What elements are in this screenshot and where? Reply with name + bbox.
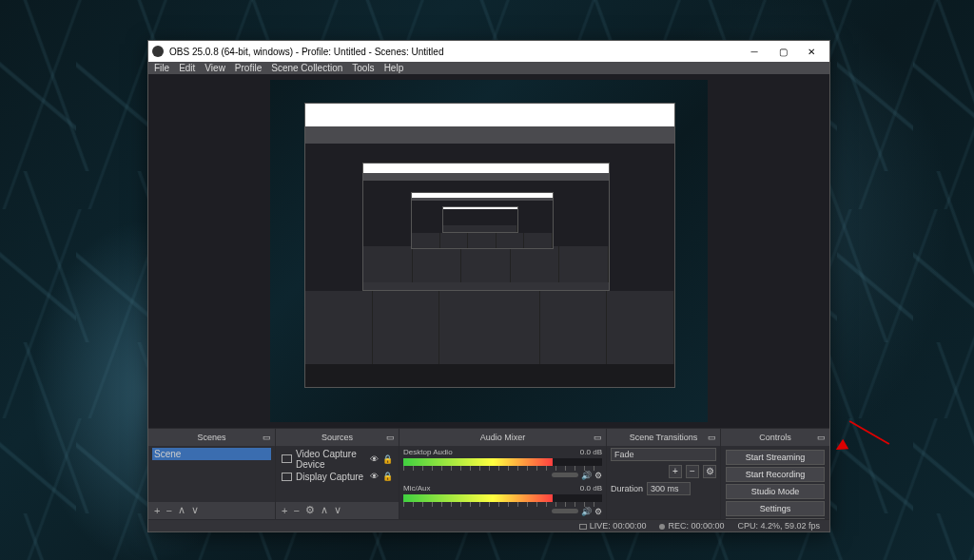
scene-down-button[interactable]: ∨ xyxy=(191,504,199,516)
source-add-button[interactable]: + xyxy=(282,505,287,516)
mixer-channel-name: Mic/Aux xyxy=(403,484,430,492)
volume-meter xyxy=(403,494,602,502)
sources-title: Sources xyxy=(321,433,353,442)
scene-remove-button[interactable]: − xyxy=(166,505,171,516)
scene-add-button[interactable]: + xyxy=(154,505,160,516)
lock-icon[interactable]: 🔒 xyxy=(382,454,393,464)
speaker-icon[interactable]: 🔊 xyxy=(581,507,592,516)
duration-input[interactable]: 300 ms xyxy=(647,482,691,495)
source-item[interactable]: Video Capture Device 👁 🔒 xyxy=(280,448,395,471)
start-recording-button[interactable]: Start Recording xyxy=(726,467,826,482)
transitions-title: Scene Transitions xyxy=(630,433,698,442)
mixer-channel-level: 0.0 dB xyxy=(580,448,602,456)
cpu-status: CPU: 4.2%, 59.02 fps xyxy=(737,521,820,531)
audio-mixer-panel: Audio Mixer ▭ Desktop Audio0.0 dB 🔊⚙ Mic… xyxy=(399,429,607,519)
source-up-button[interactable]: ∧ xyxy=(321,504,328,516)
status-bar: LIVE: 00:00:00 REC: 00:00:00 CPU: 4.2%, … xyxy=(148,519,829,531)
menu-help[interactable]: Help xyxy=(384,63,404,73)
sources-popout-icon[interactable]: ▭ xyxy=(386,433,395,442)
volume-meter xyxy=(403,458,602,466)
scenes-title: Scenes xyxy=(197,433,225,442)
title-bar[interactable]: OBS 25.0.8 (64-bit, windows) - Profile: … xyxy=(148,41,829,62)
docked-panels: Scenes ▭ Scene + − ∧ ∨ Sources ▭ Video xyxy=(148,428,829,519)
scenes-popout-icon[interactable]: ▭ xyxy=(263,433,271,442)
controls-title: Controls xyxy=(759,433,791,442)
transition-properties-button[interactable]: ⚙ xyxy=(703,465,716,478)
start-streaming-button[interactable]: Start Streaming xyxy=(726,450,826,465)
obs-app-icon xyxy=(152,46,164,57)
visibility-toggle-icon[interactable]: 👁 xyxy=(370,454,379,464)
scene-transitions-panel: Scene Transitions ▭ Fade + − ⚙ Duration … xyxy=(607,429,721,519)
transition-select[interactable]: Fade xyxy=(611,448,716,461)
channel-settings-icon[interactable]: ⚙ xyxy=(594,507,602,516)
source-properties-button[interactable]: ⚙ xyxy=(305,504,315,516)
mixer-title: Audio Mixer xyxy=(480,433,526,442)
scenes-panel: Scenes ▭ Scene + − ∧ ∨ xyxy=(148,429,276,519)
controls-panel: Controls ▭ Start Streaming Start Recordi… xyxy=(721,429,829,519)
menu-tools[interactable]: Tools xyxy=(352,63,374,73)
volume-slider[interactable] xyxy=(552,509,578,513)
sources-list[interactable]: Video Capture Device 👁 🔒 Display Capture… xyxy=(276,446,399,502)
window-title: OBS 25.0.8 (64-bit, windows) - Profile: … xyxy=(169,47,740,57)
transitions-popout-icon[interactable]: ▭ xyxy=(708,433,716,442)
transition-remove-button[interactable]: − xyxy=(686,465,699,478)
video-capture-icon xyxy=(282,454,292,463)
menu-file[interactable]: File xyxy=(154,63,169,73)
scene-up-button[interactable]: ∧ xyxy=(178,504,185,516)
menu-scene-collection[interactable]: Scene Collection xyxy=(271,63,342,73)
maximize-button[interactable]: ▢ xyxy=(769,41,797,62)
menu-profile[interactable]: Profile xyxy=(235,63,262,73)
sources-panel: Sources ▭ Video Capture Device 👁 🔒 Displ… xyxy=(276,429,399,519)
display-capture-icon xyxy=(282,473,292,481)
source-item[interactable]: Display Capture 👁 🔒 xyxy=(280,471,395,483)
mixer-channel-name: Desktop Audio xyxy=(403,448,453,456)
recording-status: REC: 00:00:00 xyxy=(659,521,724,531)
obs-window: OBS 25.0.8 (64-bit, windows) - Profile: … xyxy=(147,40,830,532)
speaker-icon[interactable]: 🔊 xyxy=(581,471,592,480)
preview-canvas xyxy=(270,80,708,422)
channel-settings-icon[interactable]: ⚙ xyxy=(594,471,602,480)
lock-icon[interactable]: 🔒 xyxy=(382,472,393,481)
live-status: LIVE: 00:00:00 xyxy=(579,521,647,531)
controls-popout-icon[interactable]: ▭ xyxy=(817,433,826,442)
transition-add-button[interactable]: + xyxy=(669,465,682,478)
minimize-button[interactable]: ─ xyxy=(740,41,769,62)
menu-view[interactable]: View xyxy=(205,63,225,73)
mixer-channel: Desktop Audio0.0 dB 🔊⚙ xyxy=(403,448,602,480)
mixer-channel-level: 0.0 dB xyxy=(580,484,602,492)
menu-edit[interactable]: Edit xyxy=(179,63,195,73)
settings-button[interactable]: Settings xyxy=(726,501,826,516)
studio-mode-button[interactable]: Studio Mode xyxy=(726,484,826,499)
visibility-toggle-icon[interactable]: 👁 xyxy=(370,472,379,481)
duration-label: Duration xyxy=(611,484,643,493)
mixer-popout-icon[interactable]: ▭ xyxy=(594,433,602,442)
scene-item[interactable]: Scene xyxy=(152,448,271,460)
source-remove-button[interactable]: − xyxy=(293,505,299,516)
mixer-channel: Mic/Aux0.0 dB 🔊⚙ xyxy=(403,484,602,516)
recursive-preview-1 xyxy=(304,103,675,388)
menu-bar: File Edit View Profile Scene Collection … xyxy=(148,62,829,74)
preview-area[interactable] xyxy=(148,74,829,428)
source-down-button[interactable]: ∨ xyxy=(334,504,341,516)
scenes-list[interactable]: Scene xyxy=(148,446,275,502)
volume-slider[interactable] xyxy=(552,473,578,477)
close-button[interactable]: ✕ xyxy=(797,41,826,62)
